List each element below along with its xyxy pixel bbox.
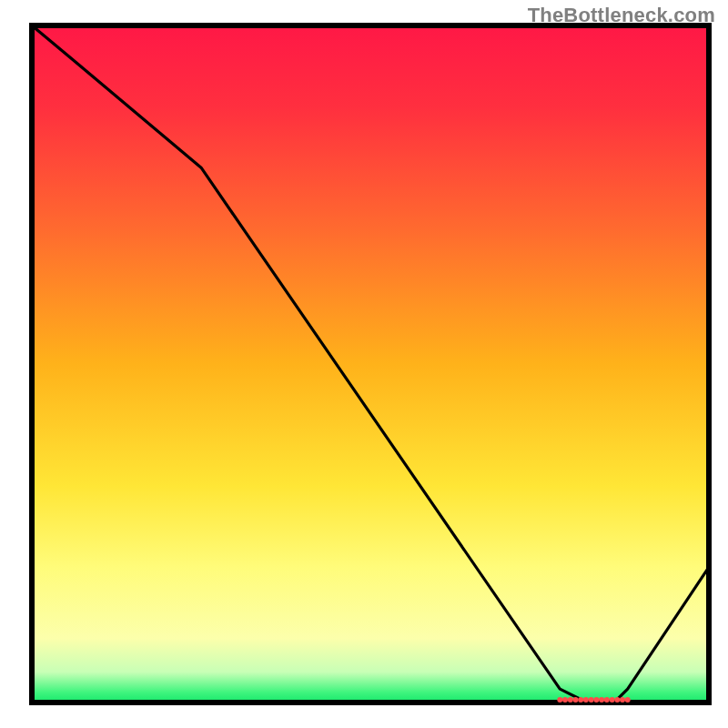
optimal-zone-dot: [604, 697, 610, 703]
optimal-zone-dot: [593, 697, 599, 703]
optimal-zone-dot: [614, 697, 620, 703]
optimal-zone-dot: [578, 697, 583, 703]
optimal-zone-dot: [625, 697, 631, 703]
optimal-zone-dot: [557, 697, 562, 703]
optimal-zone-dot: [599, 697, 604, 703]
chart-canvas: [0, 0, 728, 728]
watermark-text: TheBottleneck.com: [528, 4, 715, 27]
optimal-zone-dot: [562, 697, 568, 703]
optimal-zone-dot: [573, 697, 579, 703]
optimal-zone-dot: [589, 697, 594, 703]
optimal-zone-dot: [610, 697, 615, 703]
plot-background: [32, 25, 709, 703]
optimal-zone-dot: [620, 697, 625, 703]
optimal-zone-dot: [568, 697, 573, 703]
bottleneck-chart: TheBottleneck.com: [0, 0, 728, 728]
optimal-zone-dot: [583, 697, 589, 703]
